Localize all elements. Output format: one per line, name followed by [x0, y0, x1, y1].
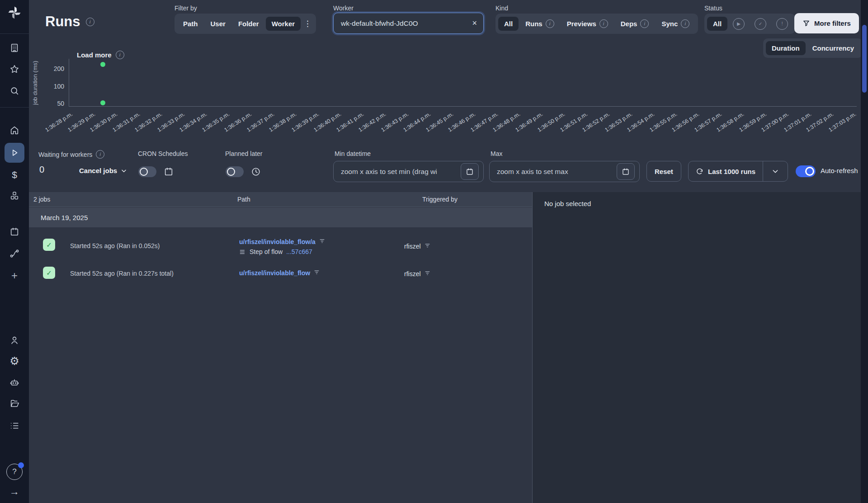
- planned-later-label: Planned later: [225, 150, 263, 157]
- last-runs-button[interactable]: Last 1000 runs: [689, 161, 763, 181]
- job-detail-panel: No job selected: [532, 192, 861, 503]
- path-link[interactable]: u/rfiszel/inviolable_flow/a: [239, 238, 316, 245]
- waiting-for-workers-count: 0: [39, 165, 44, 175]
- sidebar-item-groups[interactable]: [0, 417, 29, 435]
- windmill-logo-icon[interactable]: [6, 5, 23, 21]
- filter-by-user-icon[interactable]: [425, 242, 430, 250]
- flow-steps-icon: [239, 249, 246, 255]
- info-icon: i: [640, 19, 649, 28]
- flow-id-link[interactable]: ...57c667: [286, 248, 312, 255]
- duration-tab[interactable]: Duration: [766, 41, 806, 55]
- filter-folder-button[interactable]: Folder: [232, 17, 265, 31]
- date-label: March 19, 2025: [41, 214, 88, 221]
- chevron-down-icon: [121, 168, 127, 174]
- sidebar-item-flows[interactable]: [0, 244, 29, 263]
- sidebar-divider: [0, 107, 29, 108]
- chevron-down-icon: [772, 168, 779, 175]
- kind-deps-button[interactable]: Depsi: [615, 16, 655, 31]
- info-icon: i: [599, 19, 608, 28]
- jobs-table: 2 jobs Path Triggered by March 19, 2025 …: [29, 192, 532, 503]
- sidebar-item-resources[interactable]: [0, 187, 29, 205]
- y-axis-line: [69, 59, 69, 106]
- path-cell: u/rfiszel/inviolable_flow: [239, 269, 320, 277]
- max-datetime-input[interactable]: [496, 167, 614, 176]
- filter-user-button[interactable]: User: [205, 17, 231, 31]
- sidebar-item-user[interactable]: [0, 331, 29, 349]
- last-runs-dropdown-button[interactable]: [763, 161, 788, 181]
- step-of-flow-text: Step of flow: [250, 248, 283, 255]
- jobs-count: 2 jobs: [33, 196, 50, 203]
- min-datetime-input[interactable]: [340, 167, 458, 176]
- chart-point-flow[interactable]: [100, 62, 105, 67]
- filter-by-user-icon[interactable]: [425, 270, 430, 278]
- clock-icon: [251, 167, 261, 177]
- clear-icon[interactable]: ×: [470, 19, 479, 28]
- runs-page: $ + ⚙ ?: [0, 0, 868, 503]
- concurrency-tab[interactable]: Concurrency: [807, 41, 860, 55]
- sidebar-item-schedules[interactable]: [0, 223, 29, 241]
- info-icon[interactable]: i: [86, 18, 94, 26]
- auto-refresh-toggle[interactable]: [796, 165, 816, 177]
- chart-point-step[interactable]: [100, 100, 105, 105]
- worker-input[interactable]: [340, 19, 470, 28]
- sidebar-item-help[interactable]: ?: [0, 462, 29, 482]
- filter-by-path-icon[interactable]: [319, 238, 325, 246]
- scrollbar-thumb[interactable]: [862, 25, 867, 93]
- status-failure-icon[interactable]: !: [776, 18, 788, 30]
- cron-schedules-toggle[interactable]: [138, 166, 156, 177]
- kind-previews-button[interactable]: Previewsi: [561, 16, 614, 31]
- view-toggle-group: Duration Concurrency: [763, 38, 863, 58]
- info-icon[interactable]: i: [96, 150, 104, 159]
- status-all-button[interactable]: All: [707, 17, 727, 31]
- filter-path-button[interactable]: Path: [177, 17, 204, 31]
- worker-label: Worker: [333, 5, 354, 12]
- kind-sync-button[interactable]: Synci: [656, 16, 695, 31]
- notification-badge: [18, 462, 24, 468]
- started-text: Started 52s ago (Ran in 0.227s total): [70, 270, 174, 277]
- table-row[interactable]: ✓ Started 52s ago (Ran in 0.052s) u/rfis…: [29, 227, 532, 262]
- status-label: Status: [704, 5, 722, 12]
- filter-by-path-icon[interactable]: [314, 269, 320, 277]
- filter-worker-button[interactable]: Worker: [266, 17, 301, 31]
- sidebar-item-favorites[interactable]: [0, 60, 29, 78]
- sidebar-item-home[interactable]: [0, 121, 29, 139]
- path-link[interactable]: u/rfiszel/inviolable_flow: [239, 269, 310, 277]
- sidebar-item-search[interactable]: [0, 82, 29, 100]
- sidebar-item-workspace[interactable]: [0, 39, 29, 57]
- kind-label: Kind: [495, 5, 508, 12]
- status-success-icon[interactable]: ✓: [755, 18, 766, 30]
- calendar-picker-button[interactable]: [617, 163, 635, 180]
- triggered-by-cell: rfiszel: [404, 242, 430, 250]
- y-axis-label: job duration (ms): [32, 53, 38, 112]
- calendar-picker-button[interactable]: [461, 163, 479, 180]
- kind-all-button[interactable]: All: [498, 17, 519, 31]
- building-icon: [9, 43, 19, 53]
- cancel-jobs-button[interactable]: Cancel jobs: [79, 167, 127, 174]
- kind-runs-button[interactable]: Runsi: [519, 16, 560, 31]
- status-running-icon[interactable]: ▶: [733, 18, 745, 30]
- max-datetime-label: Max: [491, 150, 502, 157]
- planned-later-toggle[interactable]: [226, 166, 244, 177]
- sidebar-item-folders[interactable]: [0, 395, 29, 413]
- user-icon: [9, 335, 19, 345]
- max-datetime-box: [489, 161, 640, 182]
- reset-button[interactable]: Reset: [646, 161, 681, 182]
- step-of-flow-cell: Step of flow ...57c667: [239, 248, 312, 255]
- sidebar-item-create[interactable]: +: [0, 267, 29, 285]
- calendar-icon: [466, 168, 474, 176]
- robot-icon: [9, 377, 19, 387]
- y-tick: 200: [44, 65, 64, 72]
- table-row[interactable]: ✓ Started 52s ago (Ran in 0.227s total) …: [29, 262, 532, 285]
- arrow-right-icon: →: [9, 487, 19, 497]
- more-filters-button[interactable]: More filters: [794, 13, 859, 33]
- sidebar-item-workers[interactable]: [0, 373, 29, 391]
- info-icon: i: [116, 51, 124, 59]
- kebab-menu-icon[interactable]: ⋮: [302, 19, 313, 28]
- sidebar-item-runs[interactable]: [5, 143, 24, 163]
- load-more[interactable]: Load more i: [77, 51, 124, 59]
- sidebar-item-settings[interactable]: ⚙: [0, 352, 29, 370]
- sidebar-item-variables[interactable]: $: [0, 165, 29, 183]
- home-icon: [9, 125, 19, 135]
- sidebar-collapse-button[interactable]: →: [0, 483, 29, 501]
- x-axis-ticks[interactable]: 1:36:28 p.m.1:36:29 p.m. 1:36:30 p.m.1:3…: [50, 109, 855, 141]
